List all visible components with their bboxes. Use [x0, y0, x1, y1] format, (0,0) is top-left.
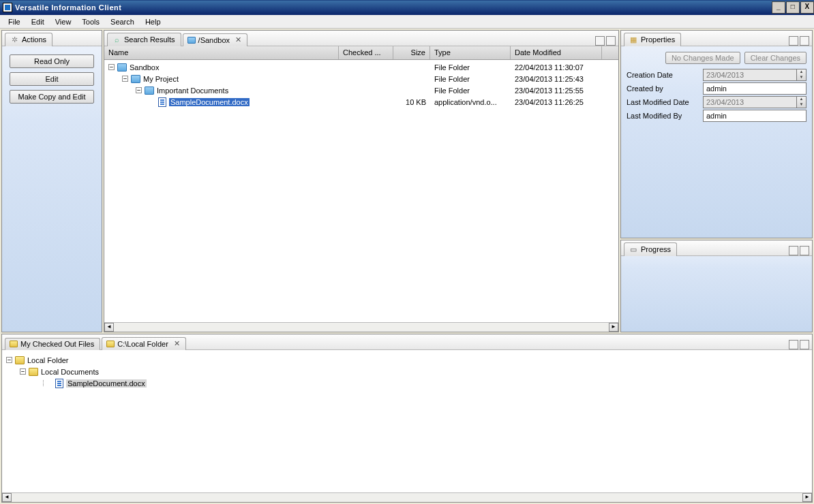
maximize-view-button[interactable]	[800, 36, 809, 46]
scroll-right-icon[interactable]: ►	[802, 493, 812, 502]
search-icon: ⌕	[112, 35, 121, 44]
scroll-left-icon[interactable]: ◄	[2, 493, 12, 502]
minimize-view-button[interactable]	[789, 340, 798, 349]
date-stepper[interactable]: ▲▼	[797, 96, 807, 108]
sandbox-tab[interactable]: /Sandbox ✕	[183, 33, 247, 46]
close-button[interactable]: X	[800, 1, 814, 14]
tree-row-important[interactable]: −Important Documents File Folder 23/04/2…	[104, 84, 618, 96]
menu-help[interactable]: Help	[140, 16, 166, 27]
expand-icon[interactable]: −	[122, 76, 128, 82]
progress-icon: ▭	[629, 245, 638, 254]
maximize-view-button[interactable]	[606, 36, 616, 46]
search-results-tab[interactable]: ⌕ Search Results	[107, 33, 181, 46]
document-icon	[55, 379, 63, 388]
close-tab-icon[interactable]: ✕	[174, 339, 180, 348]
minimize-button[interactable]: _	[772, 1, 785, 14]
last-modified-date-field[interactable]: 23/04/2013	[703, 96, 797, 108]
created-by-field[interactable]: admin	[703, 82, 807, 95]
folder-icon	[15, 356, 25, 364]
folder-icon	[10, 341, 18, 347]
creation-date-label: Creation Date	[627, 71, 703, 79]
minimize-view-button[interactable]	[595, 36, 605, 46]
edit-button[interactable]: Edit	[10, 72, 94, 86]
sandbox-tab-label: /Sandbox	[198, 36, 230, 44]
progress-tab[interactable]: ▭ Progress	[624, 242, 677, 256]
local-folder-pane: My Checked Out Files C:\Local Folder ✕ −…	[1, 334, 813, 503]
expand-icon[interactable]: −	[6, 357, 12, 363]
clear-changes-button[interactable]: Clear Changes	[744, 52, 807, 64]
col-name[interactable]: Name	[104, 46, 339, 59]
folder-icon	[131, 75, 140, 83]
minimize-view-button[interactable]	[789, 36, 798, 46]
no-changes-made-button[interactable]: No Changes Made	[665, 52, 740, 64]
last-modified-by-field[interactable]: admin	[703, 110, 807, 122]
horizontal-scrollbar[interactable]: ◄ ►	[104, 322, 618, 332]
folder-icon	[117, 63, 127, 72]
expand-icon[interactable]: −	[108, 64, 115, 70]
folder-icon	[106, 341, 115, 347]
search-results-label: Search Results	[124, 35, 175, 44]
make-copy-edit-button[interactable]: Make Copy and Edit	[10, 90, 94, 104]
local-folder-label: C:\Local Folder	[117, 340, 168, 348]
date-stepper[interactable]: ▲▼	[797, 69, 807, 81]
created-by-label: Created by	[627, 84, 703, 93]
expand-icon[interactable]: −	[136, 87, 142, 93]
expand-icon[interactable]: −	[20, 368, 26, 375]
folder-icon	[29, 368, 38, 376]
scroll-right-icon[interactable]: ►	[609, 323, 618, 332]
local-tree-root[interactable]: − Local Folder	[6, 354, 808, 366]
local-tree-file[interactable]: SampleDocument.docx	[6, 377, 808, 389]
properties-icon: ▦	[629, 35, 638, 44]
tree-row-sample-doc[interactable]: SampleDocument.docx 10 KB application/vn…	[104, 96, 618, 108]
progress-tab-label: Progress	[641, 245, 671, 253]
actions-tab-label: Actions	[22, 35, 46, 44]
menu-edit[interactable]: Edit	[26, 16, 50, 27]
close-tab-icon[interactable]: ✕	[235, 35, 241, 44]
gear-icon: ✲	[10, 35, 19, 44]
last-modified-by-label: Last Modified By	[627, 112, 703, 120]
minimize-view-button[interactable]	[789, 246, 798, 255]
actions-tab[interactable]: ✲ Actions	[5, 33, 52, 46]
maximize-view-button[interactable]	[800, 246, 809, 255]
document-icon	[158, 97, 166, 107]
menu-search[interactable]: Search	[105, 16, 140, 27]
column-headers: Name Checked ... Size Type Date Modified	[104, 46, 618, 60]
col-date[interactable]: Date Modified	[511, 46, 602, 59]
col-type[interactable]: Type	[430, 46, 511, 59]
actions-pane: ✲ Actions Read Only Edit Make Copy and E…	[1, 30, 102, 332]
maximize-button[interactable]: □	[786, 1, 800, 14]
checked-out-tab[interactable]: My Checked Out Files	[5, 338, 100, 350]
menu-tools[interactable]: Tools	[76, 16, 105, 27]
read-only-button[interactable]: Read Only	[10, 54, 94, 68]
browser-pane: ⌕ Search Results /Sandbox ✕ Name Checked…	[104, 30, 619, 332]
window-title: Versatile Information Client	[15, 3, 771, 12]
local-folder-tab[interactable]: C:\Local Folder ✕	[102, 337, 186, 350]
title-bar: Versatile Information Client _ □ X	[0, 0, 814, 15]
properties-tab[interactable]: ▦ Properties	[624, 33, 681, 46]
folder-icon	[187, 37, 196, 44]
folder-icon	[145, 86, 154, 95]
menu-bar: File Edit View Tools Search Help	[0, 15, 814, 29]
creation-date-field[interactable]: 23/04/2013	[703, 69, 797, 81]
properties-pane: ▦ Properties No Changes Made Clear Chang…	[620, 30, 813, 238]
col-checked[interactable]: Checked ...	[339, 46, 393, 59]
scroll-left-icon[interactable]: ◄	[104, 323, 114, 332]
properties-tab-label: Properties	[641, 35, 675, 44]
menu-file[interactable]: File	[3, 16, 26, 27]
local-tree-sub[interactable]: − Local Documents	[6, 366, 808, 377]
checked-out-label: My Checked Out Files	[20, 340, 94, 348]
menu-view[interactable]: View	[50, 16, 77, 27]
tree-row-sandbox[interactable]: −Sandbox File Folder 22/04/2013 11:30:07	[104, 61, 618, 73]
horizontal-scrollbar[interactable]: ◄ ►	[2, 492, 812, 502]
maximize-view-button[interactable]	[800, 340, 809, 349]
col-size[interactable]: Size	[393, 46, 430, 59]
app-icon	[3, 3, 12, 12]
progress-pane: ▭ Progress	[620, 240, 813, 332]
tree-row-myproject[interactable]: −My Project File Folder 23/04/2013 11:25…	[104, 73, 618, 84]
last-modified-date-label: Last Modified Date	[627, 98, 703, 106]
